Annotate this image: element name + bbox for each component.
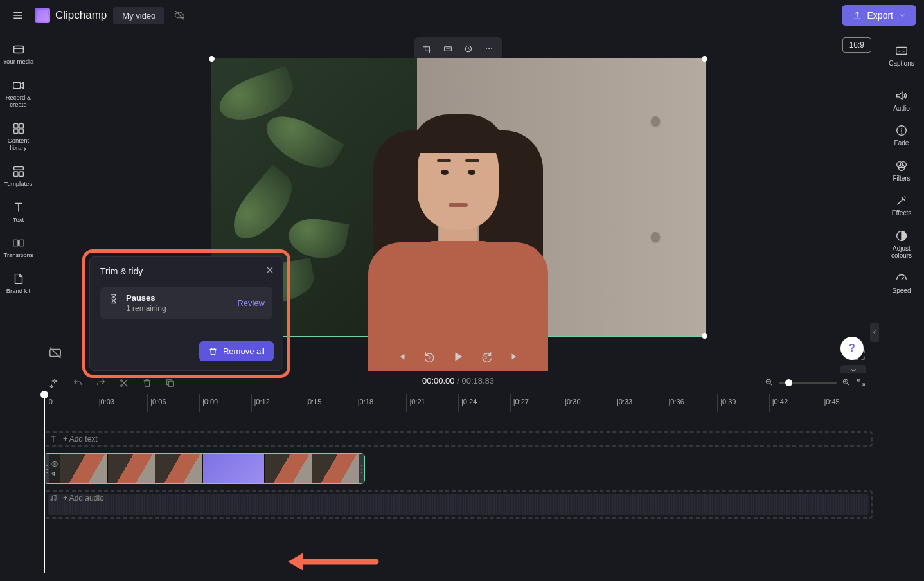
sidebar-item-text[interactable]: Text <box>2 197 35 228</box>
play-icon[interactable] <box>451 350 465 364</box>
cloud-off-icon[interactable] <box>173 9 186 22</box>
ruler-tick: |0:45 <box>821 394 873 412</box>
clip-handle-right[interactable]: ⋮ <box>359 454 364 483</box>
timeline-ruler[interactable]: |0|0:03|0:06|0:09|0:12|0:15|0:18|0:21|0:… <box>37 394 879 412</box>
sidebar-label: Record & create <box>2 94 35 109</box>
magic-icon[interactable] <box>49 377 60 389</box>
preview-toolbar <box>414 37 502 60</box>
sidebar-item-adjust[interactable]: Adjust colours <box>882 225 921 264</box>
forward-5-icon[interactable]: 5 <box>479 350 493 364</box>
cc-off-icon[interactable] <box>48 346 64 361</box>
pauses-label: Pauses <box>126 293 166 303</box>
left-sidebar: Your media Record & create Content libra… <box>0 31 37 581</box>
export-button[interactable]: Export <box>842 5 916 26</box>
aspect-ratio-button[interactable]: 16:9 <box>842 37 871 53</box>
header: Clipchamp My video Export <box>0 0 924 31</box>
panel-title: Trim & tidy <box>100 266 272 276</box>
clip-thumb <box>60 454 107 483</box>
help-button[interactable]: ? <box>840 337 864 360</box>
zoom-slider[interactable] <box>779 382 837 384</box>
ruler-tick: |0:30 <box>562 394 614 412</box>
resize-handle[interactable] <box>702 56 707 62</box>
sidebar-item-speed[interactable]: Speed <box>882 267 921 299</box>
person-graphic <box>349 92 567 336</box>
ruler-tick: |0:03 <box>96 394 148 412</box>
clip-thumb <box>264 454 312 483</box>
ruler-tick: |0:33 <box>614 394 666 412</box>
zoom-thumb[interactable] <box>785 379 792 386</box>
ruler-tick: |0:06 <box>147 394 199 412</box>
video-clip[interactable]: ⋮ ⋮ <box>44 453 365 484</box>
sidebar-label: Filters <box>893 175 910 183</box>
skip-forward-icon[interactable] <box>508 350 522 364</box>
pip-icon[interactable] <box>461 41 476 57</box>
zoom-in-icon[interactable] <box>842 378 851 387</box>
redo-icon[interactable] <box>95 377 107 389</box>
resize-handle[interactable] <box>209 56 215 62</box>
sidebar-item-audio[interactable]: Audio <box>882 85 921 116</box>
ruler-tick: |0:42 <box>769 394 821 412</box>
sidebar-item-captions[interactable]: Captions <box>882 40 921 71</box>
clip-thumb <box>312 454 359 483</box>
ruler-tick: |0 <box>44 394 96 412</box>
trim-tidy-panel: Trim & tidy Pauses 1 remaining Review <box>89 256 283 371</box>
delete-icon[interactable] <box>141 377 153 389</box>
sidebar-item-templates[interactable]: Templates <box>2 161 35 192</box>
clip-handle-left[interactable]: ⋮ <box>44 454 49 483</box>
svg-rect-6 <box>13 166 23 170</box>
ruler-tick: |0:27 <box>510 394 562 412</box>
sidebar-item-brand[interactable]: Brand kit <box>2 268 35 299</box>
timeline-area: 00:00.00 / 00:18.83 |0|0:03|0:06|0:09|0:… <box>37 373 879 581</box>
review-button[interactable]: Review <box>237 298 265 308</box>
sidebar-item-effects[interactable]: Effects <box>882 190 921 221</box>
more-icon[interactable] <box>481 41 497 57</box>
clip-audio-icon <box>51 470 58 478</box>
sidebar-item-transitions[interactable]: Transitions <box>2 232 35 263</box>
zoom-out-icon[interactable] <box>765 378 774 387</box>
svg-point-25 <box>121 380 123 382</box>
fit-timeline-icon[interactable] <box>856 377 866 388</box>
zoom-controls <box>765 377 866 388</box>
sidebar-label: Templates <box>4 181 32 188</box>
sidebar-item-record[interactable]: Record & create <box>2 75 35 112</box>
collapse-right-icon[interactable] <box>870 323 879 342</box>
total-time: 00:18.83 <box>461 376 494 386</box>
close-icon[interactable] <box>265 265 275 275</box>
svg-text:5: 5 <box>429 355 431 359</box>
duplicate-icon[interactable] <box>164 377 176 389</box>
fit-icon[interactable] <box>440 41 456 57</box>
sidebar-item-content[interactable]: Content library <box>2 118 35 156</box>
undo-icon[interactable] <box>72 377 84 389</box>
resize-handle[interactable] <box>702 333 707 339</box>
brand[interactable]: Clipchamp <box>35 8 107 23</box>
sidebar-item-your-media[interactable]: Your media <box>2 39 35 69</box>
remove-all-button[interactable]: Remove all <box>199 341 274 361</box>
current-time: 00:00.00 <box>422 376 455 386</box>
svg-rect-2 <box>13 123 17 127</box>
audio-track[interactable]: + Add audio <box>44 490 873 519</box>
ruler-tick: |0:39 <box>717 394 769 412</box>
sidebar-item-fade[interactable]: Fade <box>882 120 921 151</box>
hourglass-icon <box>108 293 120 305</box>
project-name-input[interactable]: My video <box>113 7 164 24</box>
svg-rect-4 <box>13 129 17 133</box>
crop-icon[interactable] <box>420 41 435 57</box>
sidebar-label: Captions <box>889 60 914 67</box>
menu-icon[interactable] <box>8 5 28 26</box>
playhead[interactable] <box>44 394 45 573</box>
pause-segment[interactable] <box>202 454 264 483</box>
brand-name: Clipchamp <box>55 9 107 22</box>
sidebar-label: Brand kit <box>6 288 31 295</box>
playback-controls: 5 5 <box>395 350 522 364</box>
pauses-row[interactable]: Pauses 1 remaining Review <box>100 287 272 319</box>
rewind-5-icon[interactable]: 5 <box>423 350 437 364</box>
sidebar-item-filters[interactable]: Filters <box>882 155 921 186</box>
sidebar-label: Effects <box>892 210 911 217</box>
sidebar-label: Adjust colours <box>882 245 921 260</box>
clip-visible-icon <box>51 460 58 468</box>
text-track[interactable]: + Add text <box>44 431 873 447</box>
split-icon[interactable] <box>118 377 130 389</box>
ruler-tick: |0:09 <box>199 394 251 412</box>
skip-back-icon[interactable] <box>395 350 409 364</box>
sidebar-label: Fade <box>894 139 909 147</box>
